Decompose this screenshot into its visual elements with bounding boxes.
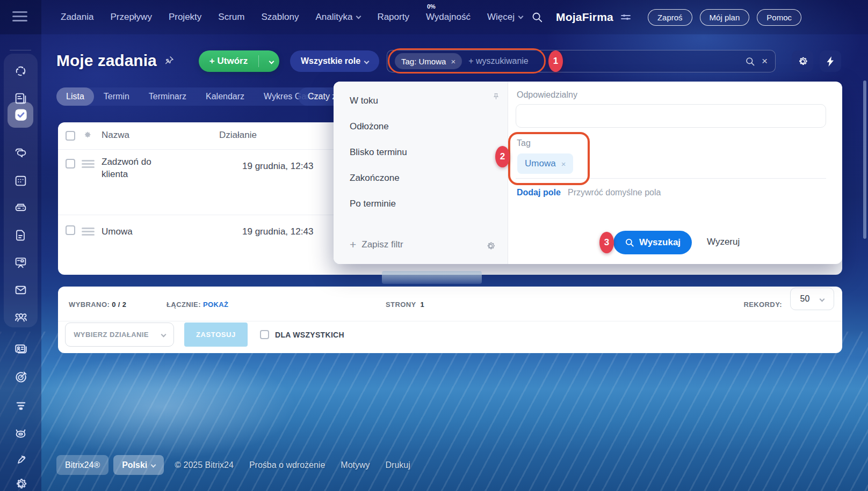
filter-options-gear-icon[interactable]	[486, 241, 496, 251]
tab-terminarz[interactable]: Terminarz	[139, 87, 196, 106]
plus-icon: +	[350, 238, 356, 251]
sidebar-item-calendar-icon[interactable]	[0, 168, 41, 192]
column-header-action[interactable]: Działanie	[219, 130, 257, 141]
drag-handle-icon[interactable]	[82, 160, 95, 170]
responsible-field-input[interactable]	[516, 104, 826, 128]
create-task-button[interactable]: + Utwórz	[199, 50, 279, 72]
top-nav-item[interactable]: Scrum	[218, 12, 244, 23]
chip-remove-icon[interactable]: ×	[451, 57, 455, 66]
sidebar-item-settings-icon[interactable]	[0, 472, 41, 491]
top-nav-item[interactable]: Analityka	[315, 12, 360, 23]
settings-gear-button[interactable]	[792, 50, 813, 72]
sidebar-item-e-sign-icon[interactable]	[0, 447, 41, 471]
tab-lista[interactable]: Lista	[56, 87, 94, 106]
sidebar-item-boards-icon[interactable]	[0, 251, 41, 274]
popup-shadow-strip	[382, 271, 482, 284]
chevron-down-icon	[518, 14, 523, 19]
top-nav-item[interactable]: Więcej	[487, 12, 523, 23]
boost-lightning-button[interactable]	[820, 50, 841, 72]
left-sidebar	[0, 0, 41, 491]
scrollbar-thumb[interactable]	[863, 80, 866, 239]
sidebar-item-sales-funnel-icon[interactable]	[0, 394, 41, 417]
annotation-badge-2: 2	[495, 146, 510, 167]
restore-defaults-link[interactable]: Przywróć domyślne pola	[568, 188, 661, 197]
reset-filter-button[interactable]: Wyzeruj	[707, 237, 740, 247]
filter-presets-panel: W toku Odłożone Blisko terminu Zakończon…	[334, 82, 508, 264]
search-placeholder[interactable]: + wyszukiwanie	[468, 56, 529, 66]
view-tabs: Lista Termin Terminarz Kalendarz Wykres …	[56, 87, 330, 106]
pin-icon[interactable]	[492, 92, 500, 100]
tab-kalendarz[interactable]: Kalendarz	[196, 87, 254, 106]
footer: Bitrix24® Polski © 2025 Bitrix24 Prośba …	[56, 455, 410, 475]
task-name[interactable]: Umowa	[102, 226, 133, 237]
clear-search-icon[interactable]: ×	[762, 55, 768, 67]
choose-action-dropdown[interactable]: WYBIERZ DZIAŁANIE	[65, 323, 174, 347]
save-filter-button[interactable]: + Zapisz filtr	[350, 238, 403, 251]
responsible-field-label: Odpowiedzialny	[517, 90, 577, 100]
filter-preset-item[interactable]: Po terminie	[334, 191, 508, 217]
language-selector[interactable]: Polski	[113, 455, 164, 475]
footer-link[interactable]: Motywy	[341, 460, 370, 470]
top-nav-item[interactable]: Zadania	[61, 12, 93, 23]
roles-filter-dropdown[interactable]: Wszystkie role	[290, 50, 379, 72]
topbar-action-button[interactable]: Pomoc	[757, 9, 801, 26]
selected-count: WYBRANO: 0 / 2	[69, 301, 126, 309]
topbar-action-button[interactable]: Mój plan	[700, 9, 750, 26]
footer-brand-button[interactable]: Bitrix24®	[56, 455, 108, 475]
filter-preset-item[interactable]: Odłożone	[334, 114, 508, 140]
column-header-name[interactable]: Nazwa	[102, 130, 129, 141]
records-per-page-select[interactable]: 50	[790, 288, 834, 310]
sidebar-item-network-icon[interactable]	[0, 59, 41, 83]
filter-preset-item[interactable]: Zakończone	[334, 165, 508, 191]
search-icon[interactable]	[745, 56, 755, 67]
sidebar-item-marketing-icon[interactable]	[0, 365, 41, 389]
filter-preset-item[interactable]: Blisko terminu	[334, 140, 508, 165]
chevron-down-icon	[269, 58, 274, 64]
records-label: REKORDY:	[743, 301, 782, 309]
sidebar-item-copilot-icon[interactable]	[0, 421, 41, 445]
row-checkbox[interactable]	[66, 159, 75, 168]
filter-search-bar[interactable]: Tag: Umowa × + wyszukiwanie ×	[387, 50, 776, 72]
add-field-link[interactable]: Dodaj pole	[517, 188, 561, 197]
drag-handle-icon[interactable]	[82, 228, 95, 237]
sidebar-item-documents-icon[interactable]	[0, 223, 41, 247]
sidebar-item-crm-contact-icon[interactable]	[0, 337, 41, 361]
filter-chip-tag-umowa[interactable]: Tag: Umowa ×	[395, 53, 462, 69]
pin-icon[interactable]	[164, 55, 175, 66]
tag-field-underline[interactable]	[516, 178, 826, 179]
top-nav-item[interactable]: Raporty	[377, 12, 409, 23]
sidebar-item-tasks-icon[interactable]	[0, 103, 41, 127]
footer-link[interactable]: Drukuj	[386, 460, 410, 470]
top-nav-item[interactable]: Przepływy	[110, 12, 151, 23]
footer-link[interactable]: Prośba o wdrożenie	[249, 460, 325, 470]
top-nav-item[interactable]: Projekty	[169, 12, 201, 23]
sidebar-item-messenger-icon[interactable]	[0, 141, 41, 165]
search-submit-button[interactable]: Wyszukaj	[613, 231, 692, 254]
chip-remove-icon[interactable]: ×	[561, 159, 566, 168]
tag-chip-umowa[interactable]: Umowa ×	[517, 153, 573, 174]
sidebar-item-drive-icon[interactable]	[0, 196, 41, 219]
table-settings-gear-icon[interactable]	[83, 130, 92, 140]
top-nav-item[interactable]: 0%Wydajność	[426, 12, 471, 23]
chevron-down-icon	[820, 296, 825, 302]
top-nav-item[interactable]: Szablony	[261, 12, 299, 23]
row-checkbox[interactable]	[66, 225, 75, 235]
tab-termin[interactable]: Termin	[94, 87, 139, 106]
create-split-chevron[interactable]	[259, 60, 279, 63]
sidebar-item-people-icon[interactable]	[0, 305, 41, 329]
apply-button[interactable]: ZASTOSUJ	[184, 323, 248, 347]
workspace-switcher-icon[interactable]	[621, 13, 631, 21]
show-total-link[interactable]: POKAŻ	[203, 301, 229, 309]
search-icon[interactable]	[531, 11, 543, 23]
status-action-panel: WYBRANO: 0 / 2 ŁĄCZNIE: POKAŻ STRONY 1 R…	[58, 287, 842, 353]
chevron-down-icon	[151, 463, 156, 468]
filter-preset-item[interactable]: W toku	[334, 88, 508, 114]
sidebar-item-mail-icon[interactable]	[0, 278, 41, 302]
topbar-action-button[interactable]: Zaproś	[648, 9, 692, 26]
workspace-name[interactable]: MojaFirma	[556, 11, 613, 24]
for-all-checkbox[interactable]	[260, 330, 269, 339]
chevron-down-icon	[161, 332, 166, 338]
task-name[interactable]: Zadzwoń do klienta	[102, 156, 171, 180]
select-all-checkbox[interactable]	[66, 131, 75, 141]
page-title: Moje zadania	[56, 52, 175, 70]
